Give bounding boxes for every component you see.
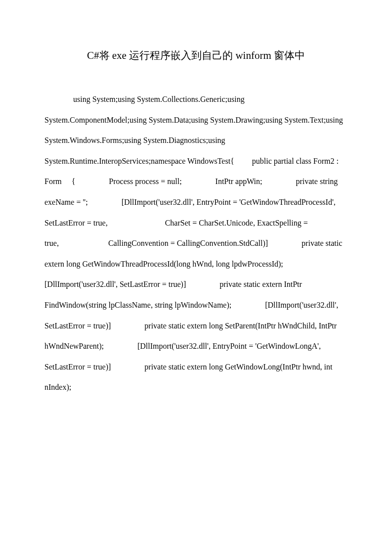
document-body: using System;using System.Collections.Ge… xyxy=(44,89,348,398)
document-title: C#将 exe 运行程序嵌入到自己的 winform 窗体中 xyxy=(44,48,348,62)
body-content: using System;using System.Collections.Ge… xyxy=(44,95,343,391)
